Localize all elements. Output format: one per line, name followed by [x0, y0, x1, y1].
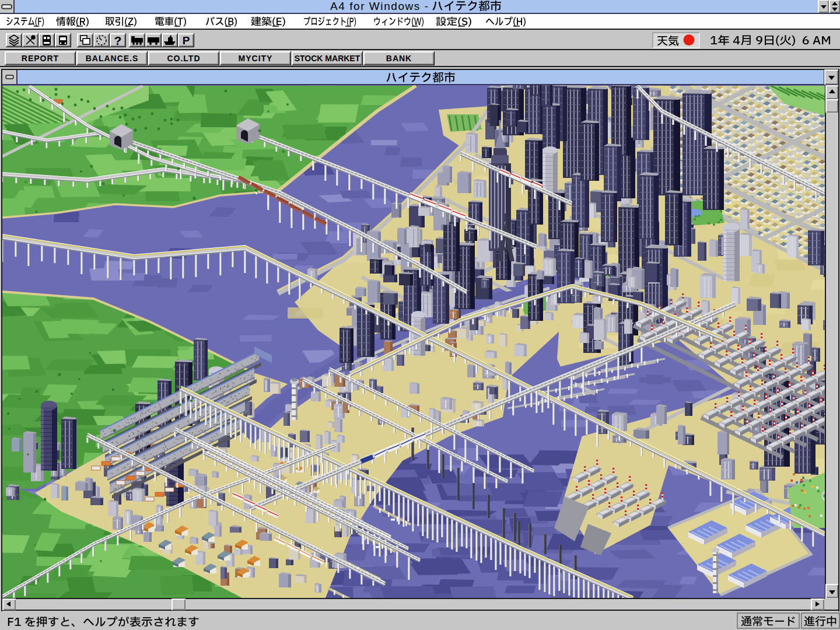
svg-text:P: P: [183, 34, 190, 47]
svg-text:STOCK MARKET: STOCK MARKET: [295, 54, 360, 63]
svg-text:?: ?: [114, 34, 122, 47]
svg-text:MYCITY: MYCITY: [239, 54, 273, 63]
svg-text:CO.LTD: CO.LTD: [167, 54, 200, 63]
svg-text:BANK: BANK: [386, 54, 412, 63]
svg-text:REPORT: REPORT: [22, 54, 59, 63]
svg-text:BALANCE.S: BALANCE.S: [86, 54, 139, 63]
